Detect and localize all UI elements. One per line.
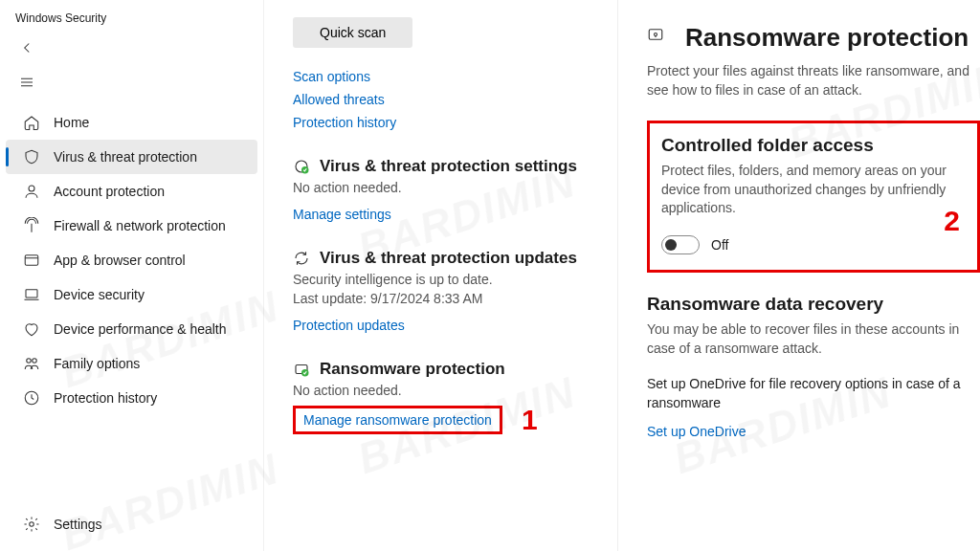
section-title: Ransomware protection	[320, 360, 505, 379]
recovery-section: Ransomware data recovery You may be able…	[647, 294, 980, 439]
menu-button[interactable]	[10, 65, 44, 99]
ransomware-subtext: No action needed.	[293, 383, 589, 398]
hamburger-icon	[18, 74, 35, 91]
family-icon	[23, 355, 40, 372]
svg-point-3	[27, 359, 32, 364]
ransomware-icon	[293, 361, 310, 378]
home-icon	[23, 114, 40, 131]
sidebar-item-device-health[interactable]: Device performance & health	[6, 312, 257, 346]
settings-check-icon	[293, 158, 310, 175]
center-panel: Quick scan Scan options Allowed threats …	[263, 0, 617, 551]
sidebar-item-settings[interactable]: Settings	[6, 507, 257, 541]
sidebar-item-label: App & browser control	[54, 253, 186, 268]
page-description: Protect your files against threats like …	[647, 62, 980, 99]
page-header: Ransomware protection	[647, 23, 980, 53]
protection-history-link[interactable]: Protection history	[293, 115, 589, 130]
ransomware-page-icon	[647, 26, 672, 51]
person-icon	[23, 183, 40, 200]
annotation-box-2: Controlled folder access Protect files, …	[647, 121, 980, 273]
nav-list: Home Virus & threat protection Account p…	[0, 105, 263, 507]
sidebar-item-label: Settings	[54, 517, 102, 532]
back-button[interactable]	[10, 31, 44, 65]
scan-options-link[interactable]: Scan options	[293, 69, 589, 84]
svg-point-12	[655, 33, 657, 35]
annotation-number-1: 1	[522, 404, 538, 436]
arrow-left-icon	[18, 39, 35, 56]
vtp-updates-heading: Virus & threat protection updates	[293, 249, 589, 268]
vtp-settings-heading: Virus & threat protection settings	[293, 157, 589, 176]
sidebar-item-label: Account protection	[54, 184, 165, 199]
antenna-icon	[23, 217, 40, 234]
svg-rect-2	[26, 290, 37, 298]
annotation-box-1: Manage ransomware protection	[293, 406, 502, 434]
section-title: Virus & threat protection settings	[320, 157, 577, 176]
sidebar-item-label: Device performance & health	[54, 321, 227, 337]
shield-icon	[23, 148, 40, 165]
protection-updates-link[interactable]: Protection updates	[293, 318, 589, 333]
svg-rect-11	[649, 29, 662, 39]
cfa-toggle[interactable]	[661, 235, 700, 254]
sidebar-item-protection-history[interactable]: Protection history	[6, 381, 257, 415]
sidebar-item-label: Device security	[54, 287, 145, 302]
cfa-toggle-state: Off	[711, 237, 728, 253]
manage-ransomware-link[interactable]: Manage ransomware protection	[303, 412, 492, 428]
refresh-check-icon	[293, 250, 310, 267]
sidebar-item-family[interactable]: Family options	[6, 346, 257, 381]
recovery-description: You may be able to recover files in thes…	[647, 320, 980, 358]
svg-rect-1	[25, 255, 38, 266]
svg-point-0	[29, 186, 34, 191]
section-title: Virus & threat protection updates	[320, 249, 577, 268]
settings-subtext: No action needed.	[293, 180, 589, 195]
app-icon	[23, 252, 40, 269]
cfa-title: Controlled folder access	[661, 135, 960, 156]
cfa-description: Protect files, folders, and memory areas…	[661, 162, 960, 218]
onedrive-description: Set up OneDrive for file recovery option…	[647, 375, 980, 412]
app-title: Windows Security	[0, 11, 263, 31]
sidebar-item-label: Protection history	[54, 390, 157, 406]
sidebar-item-virus-threat[interactable]: Virus & threat protection	[6, 140, 257, 174]
right-panel: Ransomware protection Protect your files…	[617, 0, 980, 551]
manage-settings-link[interactable]: Manage settings	[293, 207, 589, 222]
sidebar-item-label: Home	[54, 115, 89, 130]
gear-icon	[23, 516, 40, 533]
sidebar-item-device-security[interactable]: Device security	[6, 277, 257, 312]
sidebar-item-account[interactable]: Account protection	[6, 174, 257, 209]
heart-icon	[23, 320, 40, 338]
sidebar-item-label: Virus & threat protection	[54, 149, 197, 165]
sidebar-item-label: Firewall & network protection	[54, 218, 226, 233]
sidebar-item-firewall[interactable]: Firewall & network protection	[6, 209, 257, 243]
allowed-threats-link[interactable]: Allowed threats	[293, 92, 589, 107]
sidebar-item-home[interactable]: Home	[6, 105, 257, 140]
ransomware-heading: Ransomware protection	[293, 360, 589, 379]
laptop-icon	[23, 286, 40, 303]
recovery-title: Ransomware data recovery	[647, 294, 980, 315]
quick-scan-button[interactable]: Quick scan	[293, 17, 412, 48]
annotation-number-2: 2	[944, 205, 960, 237]
svg-point-4	[33, 359, 37, 364]
page-title: Ransomware protection	[685, 23, 969, 53]
svg-point-6	[30, 522, 34, 527]
sidebar-item-app-browser[interactable]: App & browser control	[6, 243, 257, 277]
sidebar: Windows Security Home Virus & threat pro…	[0, 0, 263, 551]
history-icon	[23, 389, 40, 407]
updates-subtext2: Last update: 9/17/2024 8:33 AM	[293, 291, 589, 306]
sidebar-item-label: Family options	[54, 356, 140, 371]
setup-onedrive-link[interactable]: Set up OneDrive	[647, 424, 980, 439]
updates-subtext1: Security intelligence is up to date.	[293, 272, 589, 287]
